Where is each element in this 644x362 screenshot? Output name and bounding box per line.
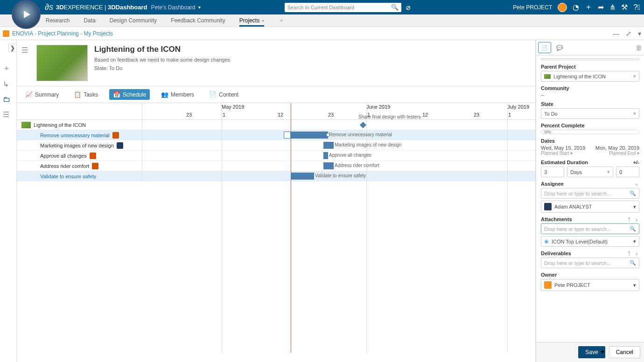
subtab-tasks[interactable]: 📋Tasks	[70, 89, 102, 100]
list-icon[interactable]: ☰	[3, 110, 10, 119]
folder-icon[interactable]: 🗀	[3, 95, 10, 104]
percent-complete-label: Percent Complete	[541, 123, 639, 128]
tab-research[interactable]: Research	[46, 14, 70, 27]
title-field[interactable]	[541, 58, 639, 60]
owner-chip[interactable]: Pete PROJECT ▾	[541, 279, 639, 291]
upload-icon[interactable]: ⭱	[627, 216, 632, 222]
percent-complete-bar[interactable]: 0%	[541, 130, 639, 134]
add-attachment-icon[interactable]: ＋	[634, 216, 639, 223]
people-icon: 👥	[161, 91, 168, 98]
help-icon[interactable]: ?⃝	[633, 3, 640, 12]
project-state: State: To Do	[94, 65, 230, 71]
subtab-schedule[interactable]: 📅Schedule	[109, 89, 150, 100]
planned-end-label[interactable]: Planned End ▾	[609, 151, 639, 156]
panel-footer: Save Cancel	[536, 342, 644, 362]
add-assignee-icon[interactable]: ＋	[634, 181, 639, 188]
tag-icon[interactable]: ⌀	[406, 3, 411, 12]
planned-start-label[interactable]: Planned Start ▾	[541, 151, 573, 156]
community-value: --	[541, 92, 639, 97]
chevron-down-icon[interactable]: ▾	[198, 5, 201, 10]
bell-icon[interactable]: ◔	[573, 3, 579, 12]
tab-projects[interactable]: Projects ▾	[239, 14, 264, 27]
gantt-bar[interactable]	[323, 152, 328, 159]
collapse-icon[interactable]: ⤢	[626, 30, 631, 37]
trash-icon[interactable]: 🗑	[636, 44, 642, 51]
user-name[interactable]: Pete PROJECT	[513, 4, 552, 11]
chevron-down-icon[interactable]: ▾	[638, 30, 641, 37]
milestone-icon[interactable]	[360, 122, 366, 128]
gantt-header: May 2019June 2019July 20192311223112231	[17, 103, 535, 120]
chevron-down-icon: ▾	[633, 204, 636, 210]
day-label: 23	[328, 112, 334, 118]
date-start[interactable]: Wed, May 15, 2019	[541, 145, 585, 151]
search-icon: 🔍	[630, 260, 636, 266]
assignee-search-input[interactable]: 🔍	[541, 188, 639, 199]
parent-project-select[interactable]: Lightening of the ICON ▾	[541, 71, 639, 82]
task-link[interactable]: Validate to ensure safety	[40, 174, 96, 179]
expand-handle[interactable]: ❯	[8, 44, 17, 52]
save-button[interactable]: Save	[578, 346, 605, 358]
state-select[interactable]: To Do ▾	[541, 108, 639, 119]
tab-data[interactable]: Data	[84, 14, 95, 27]
gantt-chart: May 2019June 2019July 20192311223112231 …	[17, 103, 535, 362]
avatar-icon	[92, 163, 98, 169]
gantt-row[interactable]: Address rider comfort Address rider comf…	[17, 161, 535, 171]
subtab-summary[interactable]: 📈Summary	[21, 89, 63, 100]
plus-icon[interactable]: ＋	[585, 2, 592, 12]
panel-tab-comments-icon[interactable]: 💬	[553, 42, 566, 53]
minimize-icon[interactable]: —	[613, 30, 619, 37]
add-tab-icon[interactable]: ＋	[278, 16, 285, 25]
subtab-members[interactable]: 👥Members	[157, 89, 198, 100]
gantt-row[interactable]: Marketing images of new design Marketing…	[17, 140, 535, 151]
gantt-bar[interactable]	[284, 132, 291, 139]
compass-logo[interactable]	[12, 0, 41, 29]
attachments-search-input[interactable]: 🔍	[541, 223, 639, 234]
gantt-bar[interactable]	[323, 162, 334, 169]
duration-pm-label: +/-	[633, 160, 639, 165]
menu-icon[interactable]: ☰	[21, 46, 30, 52]
search-icon: 🔍	[630, 190, 636, 196]
chevron-down-icon[interactable]: ▾	[260, 18, 264, 23]
month-label: May 2019	[222, 104, 244, 110]
owner-label: Owner	[541, 272, 639, 278]
dashboard-name[interactable]: Pete's Dashboard	[151, 4, 195, 11]
subtab-content[interactable]: 📄Content	[205, 89, 242, 100]
state-label: State	[541, 101, 639, 107]
import-icon[interactable]: ↳	[3, 80, 10, 89]
gantt-row[interactable]: Remove unnecessary material Remove unnec…	[17, 130, 535, 140]
gantt-bar[interactable]	[291, 132, 328, 139]
deliverables-label: Deliverables	[541, 251, 639, 256]
task-name: Marketing images of new design	[17, 140, 142, 150]
panel-tab-details-icon[interactable]: 📄	[538, 42, 551, 53]
tab-feedback-community[interactable]: Feedback Community	[171, 14, 225, 27]
duration-value-input[interactable]: 3	[541, 167, 564, 177]
date-end[interactable]: Mon, May 20, 2019	[595, 145, 639, 151]
deliverables-search-input[interactable]: 🔍	[541, 258, 639, 268]
gantt-bar[interactable]	[323, 142, 334, 149]
avatar-icon	[117, 142, 123, 149]
user-avatar-icon[interactable]	[558, 3, 567, 12]
duration-pm-input[interactable]: 0	[616, 167, 639, 177]
gantt-row[interactable]: Approve all changes Approve all changes	[17, 151, 535, 161]
clipboard-icon: 📋	[74, 91, 81, 98]
network-icon[interactable]: ⋔	[609, 3, 616, 12]
gantt-row[interactable]: Lightening of the ICONShare final design…	[17, 120, 535, 130]
assignee-chip[interactable]: Adam ANALYST ▾	[541, 201, 639, 213]
cancel-button[interactable]: Cancel	[609, 346, 640, 358]
global-search-input[interactable]: Search In Current Dashboard 🔍	[285, 3, 401, 12]
duration-unit-select[interactable]: Days▾	[567, 167, 613, 177]
parent-project-label: Parent Project	[541, 64, 639, 70]
upload-icon[interactable]: ⭱	[627, 251, 632, 256]
share-icon[interactable]: ➦	[598, 3, 604, 12]
gantt-bar[interactable]	[291, 173, 314, 180]
plus-icon[interactable]: ＋	[3, 63, 10, 73]
breadcrumb: ENOVIA - Project Planning - My Projects …	[0, 27, 644, 40]
task-link[interactable]: Remove unnecessary material	[40, 132, 110, 138]
tab-design-community[interactable]: Design Community	[110, 14, 157, 27]
tools-icon[interactable]: ⚒	[621, 3, 628, 12]
gantt-row[interactable]: Validate to ensure safety Validate to en…	[17, 171, 535, 181]
add-deliverable-icon[interactable]: ＋	[634, 251, 639, 258]
project-subtabs: 📈Summary 📋Tasks 📅Schedule 👥Members 📄Cont…	[17, 86, 535, 103]
search-icon[interactable]: 🔍	[391, 4, 399, 11]
attachment-chip[interactable]: ◉ ICON Top Level(Default) ▾	[541, 236, 639, 247]
